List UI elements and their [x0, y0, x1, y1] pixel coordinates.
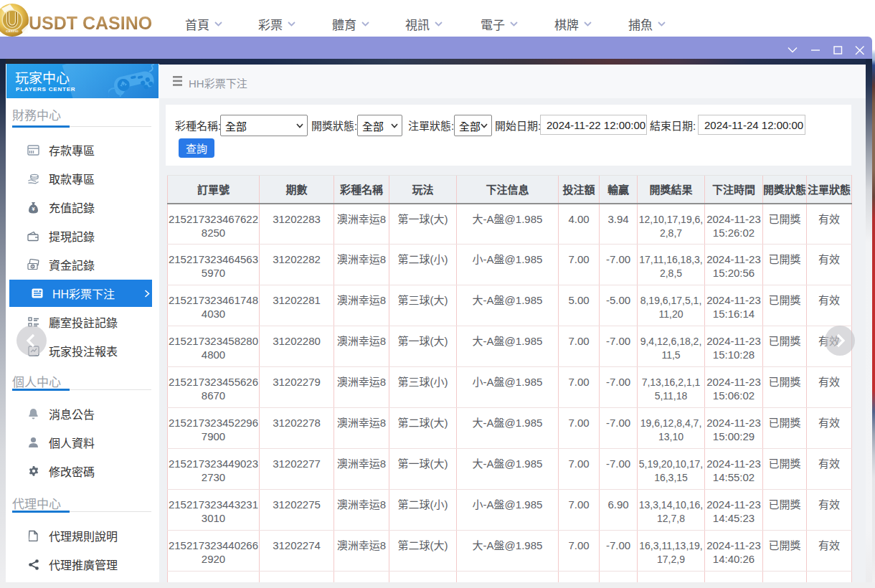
svg-text:casino: casino [6, 29, 19, 33]
svg-text:¥: ¥ [32, 205, 35, 212]
svg-text:$: $ [32, 265, 34, 269]
